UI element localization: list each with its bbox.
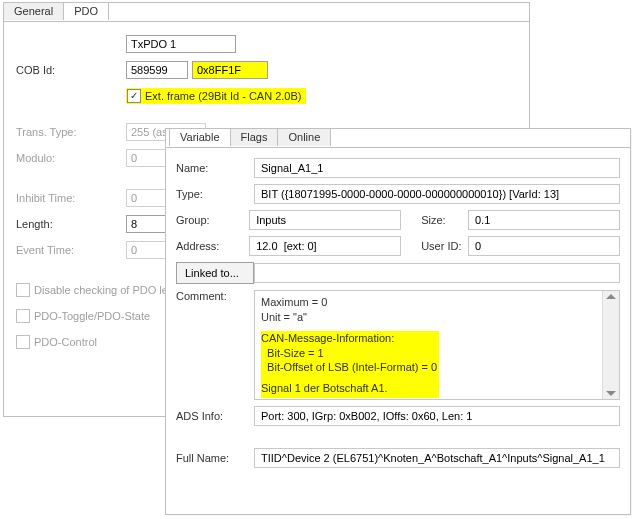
transtype-label: Trans. Type: [16,126,126,138]
disable-checking-label: Disable checking of PDO le [34,284,168,296]
group-input[interactable] [249,210,401,230]
pdo-tabs: General PDO [3,2,108,20]
disable-checking-checkbox[interactable] [16,283,30,297]
pdo-control-checkbox[interactable] [16,335,30,349]
tab-online[interactable]: Online [277,128,331,146]
length-label: Length: [16,218,126,230]
modulo-input[interactable] [126,149,166,167]
eventtime-label: Event Time: [16,244,126,256]
variable-tabs: Variable Flags Online [169,128,330,146]
comment-scrollbar[interactable] [602,291,619,399]
pdo-toggle-checkbox[interactable] [16,309,30,323]
address-label: Address: [176,240,249,252]
tab-variable[interactable]: Variable [169,128,231,146]
comment-line: Maximum = 0 [261,295,601,310]
extframe-label: Ext. frame (29Bit Id - CAN 2.0B) [145,90,302,102]
inhibit-input[interactable] [126,189,166,207]
cobid-label: COB Id: [16,64,126,76]
tab-pdo[interactable]: PDO [63,2,109,20]
comment-textarea[interactable]: Maximum = 0 Unit = "a" CAN-Message-Infor… [254,290,620,400]
cobid-dec-input[interactable] [126,61,188,79]
pdo-control-label: PDO-Control [34,336,97,348]
userid-input[interactable] [468,236,620,256]
eventtime-input[interactable] [126,241,166,259]
variable-panel: Variable Flags Online Name: Type: Group:… [165,128,631,515]
length-input[interactable] [126,215,166,233]
userid-label: User ID: [421,240,468,252]
pdo-toggle-label: PDO-Toggle/PDO-State [34,310,150,322]
linked-to-input[interactable] [254,263,620,283]
group-label: Group: [176,214,249,226]
fullname-label: Full Name: [176,452,254,464]
extframe-row: ✓ Ext. frame (29Bit Id - CAN 2.0B) [126,88,306,104]
size-input[interactable] [468,210,620,230]
type-input[interactable] [254,184,620,204]
inhibit-label: Inhibit Time: [16,192,126,204]
txpdo-input[interactable] [126,35,236,53]
tab-flags[interactable]: Flags [230,128,279,146]
fullname-input[interactable] [254,448,620,468]
comment-label: Comment: [176,290,254,302]
linked-to-button[interactable]: Linked to... [176,262,254,284]
adsinfo-input[interactable] [254,406,620,426]
name-input[interactable] [254,158,620,178]
adsinfo-label: ADS Info: [176,410,254,422]
cobid-hex-input[interactable] [192,61,268,79]
comment-line: Unit = "a" [261,310,601,325]
modulo-label: Modulo: [16,152,126,164]
address-input[interactable] [249,236,401,256]
tab-general[interactable]: General [3,2,64,20]
size-label: Size: [421,214,468,226]
extframe-checkbox[interactable]: ✓ [127,89,141,103]
comment-highlight: CAN-Message-Information: Bit-Size = 1 Bi… [261,331,439,398]
type-label: Type: [176,188,254,200]
name-label: Name: [176,162,254,174]
